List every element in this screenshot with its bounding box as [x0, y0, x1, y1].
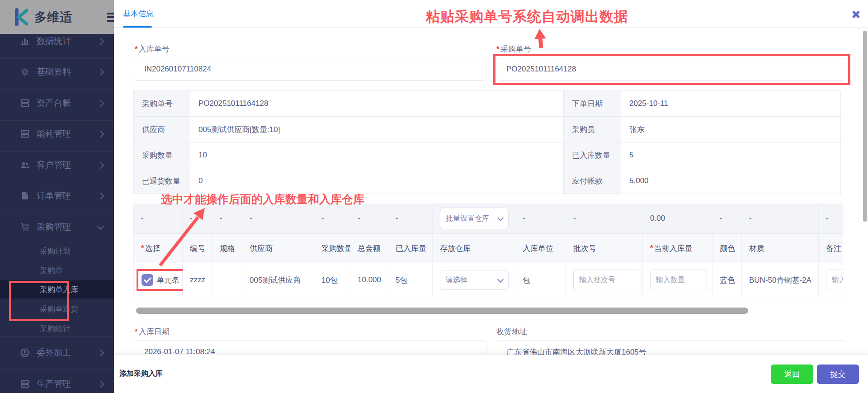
chevron-down-icon: [97, 223, 104, 230]
chevron-down-icon: [497, 214, 504, 221]
required-mark: *: [496, 45, 500, 53]
row-cell-unit: 包: [515, 263, 566, 297]
sidebar-item-base-data[interactable]: 基础资料: [0, 60, 114, 84]
info-value: 005测试供应商[数量:10]: [190, 117, 564, 142]
vertical-scrollbar[interactable]: [863, 31, 867, 222]
batch-no-input[interactable]: [573, 270, 641, 290]
sidebar-divider: [0, 182, 114, 182]
modal-footer: 添加采购入库 返回 提交: [114, 355, 868, 393]
tab-basic-info[interactable]: 基本信息: [123, 0, 154, 28]
summary-cell: -: [212, 204, 242, 234]
row-checkbox[interactable]: [142, 274, 153, 286]
annotation-paste-po: 粘贴采购单号系统自动调出数据: [426, 7, 628, 26]
row-cell-amount: 10.000: [350, 263, 388, 297]
row-cell-spec: [212, 263, 242, 297]
server-icon: [20, 129, 30, 139]
info-value: 10: [190, 142, 564, 168]
checkbox-label: 单元条: [156, 275, 179, 285]
summary-cell-total: 0.00: [643, 204, 712, 234]
info-label: 下单日期: [564, 91, 621, 117]
brand-logo-icon: [13, 7, 31, 27]
summary-cell: -: [242, 204, 314, 234]
sidebar-item-label: 采购管理: [37, 221, 71, 233]
sidebar-item-label: 客户管理: [37, 159, 71, 171]
row-cell-current-qty: [643, 263, 712, 297]
col-header: 采购数量: [314, 234, 350, 263]
logo-bar: 多维适: [0, 0, 114, 34]
col-header: 批次号: [566, 234, 643, 263]
row-cell-supplier: 005测试供应商: [242, 263, 314, 297]
tab-label: 基本信息: [123, 9, 154, 19]
sidebar-item-asset-ledger[interactable]: 资产台帐: [0, 91, 114, 115]
sidebar-item-label: 基础资料: [37, 66, 71, 78]
detail-table: - - - - - - - 批量设置仓库 - - 0.00 - - - *选择 …: [133, 204, 843, 297]
chevron-down-icon: [497, 276, 504, 282]
sidebar-item-energy[interactable]: 能耗管理: [0, 122, 114, 146]
sidebar-subitem-purchase-plan[interactable]: 采购计划: [0, 242, 114, 260]
sidebar-item-outsourcing[interactable]: 委外加工: [0, 341, 114, 365]
chevron-right-icon: [97, 38, 104, 45]
batch-warehouse-select[interactable]: 批量设置仓库: [440, 208, 509, 229]
col-header: 已入库量: [388, 234, 433, 263]
chevron-right-icon: [97, 130, 104, 137]
chevron-right-icon: [97, 380, 104, 388]
po-no-label: *采购单号: [496, 44, 531, 54]
info-label: 供应商: [134, 117, 190, 142]
info-label: 采购单号: [134, 91, 190, 117]
sidebar-divider: [0, 151, 114, 152]
sidebar-divider: [0, 120, 114, 121]
chevron-right-icon: [97, 349, 104, 356]
summary-cell: -: [350, 204, 388, 234]
col-header: 供应商: [242, 234, 314, 263]
submit-button[interactable]: 提交: [817, 365, 859, 384]
row-cell-warehouse: 请选择: [433, 263, 515, 297]
address-label: 收货地址: [496, 327, 527, 337]
sidebar-divider: [0, 58, 114, 59]
back-button[interactable]: 返回: [771, 365, 813, 384]
sub-item-label: 采购统计: [40, 323, 71, 334]
annotation-arrow-diagonal-icon: [154, 205, 213, 270]
sidebar-item-customers[interactable]: 客户管理: [0, 153, 114, 177]
select-placeholder: 请选择: [446, 275, 467, 285]
chevron-right-icon: [97, 192, 104, 199]
info-value: PO20251011164128: [190, 91, 564, 117]
sidebar-item-label: 订单管理: [37, 190, 71, 202]
person-badge-icon: [20, 348, 30, 358]
required-mark: *: [650, 244, 653, 253]
inbound-no-input[interactable]: [135, 58, 486, 80]
sub-item-label: 采购单: [40, 265, 63, 276]
sidebar-subitem-purchase-stats[interactable]: 采购统计: [0, 319, 114, 337]
col-header: 入库单位: [515, 234, 566, 263]
tab-active-underline: [123, 26, 152, 28]
bar-chart-icon: [20, 36, 30, 46]
required-mark: *: [141, 244, 144, 253]
col-header: 存放仓库: [433, 234, 515, 263]
sidebar-subitem-purchase-order[interactable]: 采购单: [0, 261, 114, 279]
warehouse-select[interactable]: 请选择: [440, 270, 509, 290]
brand-name: 多维适: [34, 9, 72, 25]
sidebar-divider: [0, 213, 114, 213]
close-icon[interactable]: [851, 9, 861, 19]
row-cell-received: 5包: [388, 263, 433, 297]
po-no-input[interactable]: [497, 58, 846, 80]
sidebar-item-purchase[interactable]: 采购管理: [0, 215, 114, 239]
summary-cell-warehouse: 批量设置仓库: [433, 204, 515, 234]
sidebar-item-production[interactable]: 生产管理: [0, 372, 114, 393]
row-cell-material: BUN-50青铜基-2A: [742, 263, 819, 297]
info-label: 应付帐款: [564, 168, 621, 194]
summary-cell: -: [819, 204, 843, 234]
remark-input[interactable]: [826, 270, 843, 290]
sidebar-item-orders[interactable]: 订单管理: [0, 184, 114, 208]
sidebar-divider: [0, 336, 114, 337]
info-label: 采购员: [564, 117, 621, 142]
file-icon: [20, 191, 30, 201]
po-info-table: 采购单号 PO20251011164128 下单日期 2025-10-11 供应…: [133, 90, 841, 194]
info-value: 5: [621, 142, 840, 168]
horizontal-scrollbar[interactable]: [136, 308, 748, 314]
summary-cell: -: [712, 204, 742, 234]
sidebar-item-label: 生产管理: [37, 378, 71, 390]
cart-icon: [20, 222, 30, 232]
sidebar-item-label: 能耗管理: [37, 128, 71, 140]
current-qty-input[interactable]: [650, 270, 707, 290]
info-value: 2025-10-11: [621, 91, 840, 117]
